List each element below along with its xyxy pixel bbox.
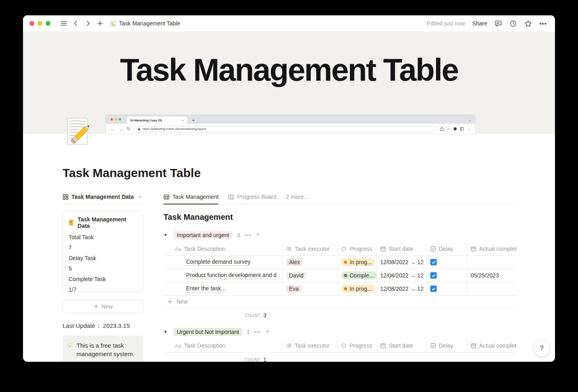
count-label: COUNT	[245, 358, 261, 362]
stat-label: Complete Task	[69, 274, 137, 284]
minimize-window-button[interactable]	[38, 21, 42, 26]
back-icon[interactable]	[71, 18, 81, 29]
group-add-icon[interactable]: +	[255, 231, 260, 239]
column-label: Actual complete	[479, 246, 517, 252]
page-icon-memo[interactable]	[65, 117, 92, 150]
more-options-icon[interactable]: •••	[539, 20, 547, 27]
progress-label: In prog...	[350, 259, 372, 265]
tab-progress-board[interactable]: Progress Board	[228, 194, 276, 204]
checked-checkbox[interactable]	[430, 286, 437, 292]
executor-cell[interactable]: Alex	[283, 256, 337, 269]
task-title-cell[interactable]: Enter the task...	[163, 282, 283, 295]
table-new-row[interactable]: New	[163, 296, 517, 308]
actual-complete-cell[interactable]: 05/25/2023	[467, 269, 517, 282]
group-count: 1	[247, 329, 250, 335]
text-icon: Aa	[175, 343, 181, 349]
table-view-icon	[163, 194, 170, 200]
start-date-cell[interactable]: 12/08/2022 → 12	[377, 269, 427, 282]
browser-toolbar: ← → ↻ https://kaibinding.notion.site/aim…	[106, 124, 475, 134]
table-row: Product function development and d David…	[163, 269, 517, 282]
zoom-window-button[interactable]	[46, 21, 50, 26]
sidebar-new-button[interactable]: New	[63, 300, 143, 313]
executor-cell[interactable]: David	[283, 269, 337, 282]
delay-cell[interactable]	[427, 282, 467, 295]
task-title-cell[interactable]: Complete demand survey	[163, 256, 283, 269]
new-row-label: New	[176, 298, 188, 305]
progress-cell[interactable]: In prog...	[337, 256, 377, 269]
profile-window-icon	[460, 127, 464, 131]
group-aggregate[interactable]: COUNT 3	[163, 308, 283, 323]
column-header-start-date[interactable]: Start date	[377, 339, 427, 352]
progress-cell[interactable]: Comple...	[337, 269, 377, 282]
sidebar-menu-icon[interactable]	[59, 18, 69, 29]
checked-checkbox[interactable]	[430, 272, 437, 279]
progress-cell[interactable]: In prog...	[337, 282, 377, 295]
browser-menu-dots-icon: ⋮	[467, 127, 471, 131]
favorite-star-icon[interactable]	[524, 20, 532, 27]
text-icon: Aa	[175, 246, 181, 252]
group-options-icon[interactable]: •••	[254, 329, 261, 335]
browser-mockup: AI Marketing Copy OS × + ⌄ ← → ↻ https:/…	[106, 115, 475, 134]
tab-task-management[interactable]: Task Management	[163, 194, 218, 204]
column-label: Task Description	[184, 342, 226, 349]
delay-cell[interactable]	[427, 269, 467, 282]
browser-address-bar: https://kaibinding.notion.site/aimarketi…	[134, 126, 436, 132]
list-icon	[286, 343, 292, 348]
table-row: Enter the task... Eva In prog... 12/08/2…	[163, 282, 517, 296]
column-header-progress[interactable]: Progress	[337, 339, 377, 352]
executor-cell[interactable]: Eva	[283, 282, 337, 295]
callout: This is a free task management system.	[63, 336, 143, 362]
data-card[interactable]: Task Management Data Total Task 7 Delay …	[63, 211, 143, 292]
stat-label: Delay Task	[69, 253, 137, 263]
plus-icon	[167, 299, 173, 304]
column-header-actual-complete[interactable]: Actual complete	[467, 339, 517, 352]
count-value: 3	[263, 312, 266, 319]
group-toggle-icon[interactable]: ▼	[163, 233, 169, 237]
lightbulb-icon	[67, 341, 72, 350]
page-cover: Task Management Table AI Marketing Copy …	[23, 31, 555, 134]
column-header-delay[interactable]: Delay	[427, 339, 467, 352]
group-name-pill[interactable]: Urgent but Not Important	[174, 328, 242, 336]
delay-cell[interactable]	[427, 256, 467, 269]
page-content: Task Management Data Task Management Dat…	[23, 194, 555, 362]
group-name-pill[interactable]: Important and urgent	[174, 231, 232, 239]
actual-complete-cell[interactable]	[467, 256, 517, 269]
new-page-icon[interactable]	[95, 18, 105, 29]
breadcrumb-title: Task Management Table	[119, 20, 180, 27]
linked-view-selector[interactable]: Task Management Data	[63, 194, 143, 204]
start-date-cell[interactable]: 12/08/2022 → 12	[377, 282, 427, 295]
browser-minimize-dot	[115, 118, 117, 121]
group-add-icon[interactable]: +	[266, 327, 270, 336]
column-header-start-date[interactable]: Start date	[377, 242, 427, 255]
breadcrumb[interactable]: Task Management Table	[109, 20, 180, 27]
column-header-task-description[interactable]: AaTask Description	[163, 339, 283, 352]
group-aggregate[interactable]: COUNT 1	[163, 352, 283, 362]
column-label: Delay	[439, 246, 453, 252]
browser-tab-close-icon: ×	[182, 119, 184, 122]
progress-label: In prog...	[350, 286, 372, 292]
group-options-icon[interactable]: •••	[245, 232, 251, 238]
group-toggle-icon[interactable]: ▼	[163, 329, 169, 334]
help-button[interactable]: ?	[534, 340, 550, 357]
column-header-progress[interactable]: Progress	[337, 242, 377, 255]
history-icon[interactable]	[509, 20, 517, 27]
share-button[interactable]: Share	[472, 20, 487, 27]
status-dot	[344, 274, 347, 277]
column-header-actual-complete[interactable]: Actual complete	[467, 242, 517, 255]
checkbox-icon	[430, 343, 436, 348]
task-title-cell[interactable]: Product function development and d	[163, 269, 283, 282]
actual-complete-cell[interactable]	[467, 282, 517, 295]
browser-url: https://kaibinding.notion.site/aimarketi…	[142, 127, 206, 131]
column-header-delay[interactable]: Delay	[427, 242, 467, 255]
forward-icon[interactable]	[83, 18, 93, 29]
start-date-cell[interactable]: 12/08/2022 → 12	[377, 256, 427, 269]
tab-more[interactable]: 2 more...	[286, 194, 308, 204]
checked-checkbox[interactable]	[430, 259, 437, 265]
close-window-button[interactable]	[29, 21, 34, 26]
share-page-icon	[440, 127, 444, 131]
column-header-task-description[interactable]: AaTask Description	[163, 242, 283, 255]
comments-icon[interactable]	[494, 20, 502, 27]
calendar-icon	[471, 343, 476, 348]
column-header-task-executor[interactable]: Task executor	[283, 242, 337, 255]
column-header-task-executor[interactable]: Task executor	[283, 339, 337, 352]
